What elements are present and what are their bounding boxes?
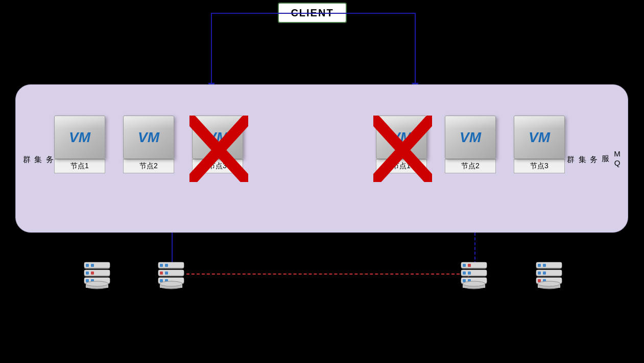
vm-text-left-2: VM: [138, 129, 159, 146]
vm-text-right-3: VM: [529, 129, 550, 146]
vm-node-label-right-3: 节点3: [514, 159, 565, 173]
node-label: 节点3: [208, 162, 227, 171]
connector-horizontal: [211, 13, 416, 14]
db-server-2: [156, 260, 186, 298]
db-server-1: [82, 260, 112, 298]
vm-text-left-3: VM: [207, 129, 228, 146]
svg-rect-24: [165, 264, 168, 267]
svg-rect-28: [165, 271, 168, 275]
mq-label-right: MQ服务集群: [565, 149, 623, 168]
svg-rect-27: [160, 271, 163, 275]
svg-rect-31: [160, 279, 163, 282]
svg-rect-57: [538, 271, 541, 275]
node-label: 节点2: [461, 162, 480, 171]
vm-node-label-right-1: 节点1: [376, 159, 427, 173]
svg-rect-54: [543, 264, 546, 267]
svg-point-20: [86, 281, 108, 286]
vm-text-right-1: VM: [391, 129, 412, 146]
vm-node-left-1: VM 节点1: [54, 116, 105, 173]
vm-node-right-2: VM 节点2: [445, 116, 496, 173]
vm-node-right-3: VM 节点3: [514, 116, 565, 173]
db-server-4: [534, 260, 564, 298]
vm-node-label-left-1: 节点1: [54, 159, 105, 173]
vm-node-left-2: VM 节点2: [123, 116, 174, 173]
vm-node-left-3: VM 节点3: [192, 116, 243, 173]
svg-rect-6: [86, 264, 89, 267]
svg-rect-7: [91, 264, 94, 267]
node-label: 节点2: [139, 162, 158, 171]
vm-node-label-left-3: 节点3: [192, 159, 243, 173]
svg-rect-16: [86, 279, 89, 282]
dashed-replication-arrow: [186, 274, 470, 275]
vm-text-left-1: VM: [69, 129, 90, 146]
node-label: 节点1: [70, 162, 89, 171]
svg-rect-46: [463, 279, 466, 282]
svg-point-65: [538, 281, 560, 286]
svg-rect-42: [463, 271, 466, 275]
svg-rect-12: [91, 271, 94, 275]
svg-rect-61: [538, 279, 541, 282]
node-label: 节点1: [392, 162, 411, 171]
svg-point-35: [160, 281, 182, 286]
svg-rect-43: [468, 271, 471, 275]
node-label: 节点3: [530, 162, 548, 171]
svg-rect-39: [468, 264, 471, 267]
db-server-3: [459, 260, 489, 298]
connector-left-vertical: [211, 13, 212, 85]
vm-text-right-2: VM: [460, 129, 481, 146]
vm-node-label-right-2: 节点2: [445, 159, 496, 173]
svg-rect-58: [543, 271, 546, 275]
svg-rect-53: [538, 264, 541, 267]
vm-node-right-1: VM 节点1: [376, 116, 427, 173]
connector-right-vertical: [415, 13, 416, 85]
mq-right-text: MQ服务集群: [567, 149, 622, 168]
cluster-container: MQ服务集群 MQ服务集群 VM 节点1 VM 节点2 VM 节点3: [15, 84, 628, 233]
vm-node-label-left-2: 节点2: [123, 159, 174, 173]
svg-rect-11: [86, 271, 89, 275]
svg-rect-38: [463, 264, 466, 267]
svg-point-50: [463, 281, 485, 286]
svg-rect-23: [160, 264, 163, 267]
